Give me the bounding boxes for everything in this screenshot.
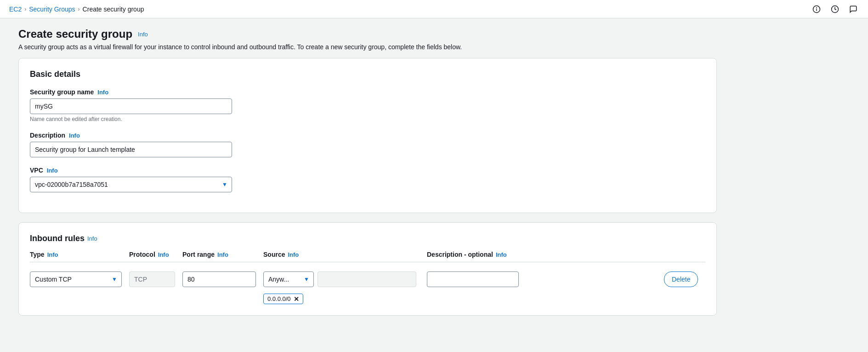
source-inner: Anyw... Custom My IP ▼ 🔍 bbox=[263, 271, 420, 304]
rule-description-input[interactable] bbox=[427, 271, 519, 287]
table-row: Custom TCP Custom UDP SSH HTTP HTTPS All… bbox=[30, 266, 705, 304]
col-type-header: Type Info bbox=[30, 251, 122, 258]
col-protocol-header: Protocol Info bbox=[129, 251, 175, 258]
protocol-field bbox=[129, 271, 175, 287]
basic-details-title: Basic details bbox=[30, 69, 705, 79]
col-portrange-header: Port range Info bbox=[182, 251, 256, 258]
sg-name-group: Security group name Info Name cannot be … bbox=[30, 88, 705, 122]
breadcrumb-ec2[interactable]: EC2 bbox=[9, 6, 22, 13]
description-info-link[interactable]: Info bbox=[69, 132, 80, 139]
protocol-input bbox=[129, 271, 175, 287]
top-nav: EC2 › Security Groups › Create security … bbox=[0, 0, 868, 18]
inbound-rules-title: Inbound rules bbox=[30, 234, 85, 243]
page-info-link[interactable]: Info bbox=[138, 31, 148, 38]
vpc-info-link[interactable]: Info bbox=[47, 167, 58, 174]
port-input[interactable] bbox=[182, 271, 256, 287]
port-field bbox=[182, 271, 256, 287]
inbound-rules-header: Inbound rules Info bbox=[30, 234, 705, 243]
col-source-info[interactable]: Info bbox=[288, 251, 299, 258]
col-type-info[interactable]: Info bbox=[47, 251, 58, 258]
basic-details-panel: Basic details Security group name Info N… bbox=[18, 58, 717, 213]
description-group: Description Info bbox=[30, 132, 705, 157]
info-nav-icon[interactable] bbox=[811, 4, 822, 15]
cidr-value: 0.0.0.0/0 bbox=[267, 295, 291, 302]
main-content: Create security group Info A security gr… bbox=[0, 18, 735, 334]
source-field: Anyw... Custom My IP ▼ 🔍 bbox=[263, 271, 420, 304]
cidr-tag-row: 0.0.0.0/0 ✕ bbox=[263, 291, 303, 304]
description-label: Description Info bbox=[30, 132, 705, 139]
cidr-tag: 0.0.0.0/0 ✕ bbox=[263, 294, 303, 304]
page-header: Create security group Info A security gr… bbox=[18, 28, 717, 51]
description-optional-field bbox=[427, 271, 657, 287]
sg-name-info-link[interactable]: Info bbox=[97, 89, 108, 96]
delete-col: Delete bbox=[664, 271, 705, 287]
source-search-input[interactable] bbox=[318, 271, 416, 287]
source-select-wrapper: Anyw... Custom My IP ▼ bbox=[263, 271, 314, 287]
breadcrumb: EC2 › Security Groups › Create security … bbox=[9, 6, 144, 13]
col-protocol-info[interactable]: Info bbox=[158, 251, 169, 258]
rules-column-headers: Type Info Protocol Info Port range Info … bbox=[30, 251, 705, 262]
history-nav-icon[interactable] bbox=[829, 4, 840, 15]
col-description-info[interactable]: Info bbox=[496, 251, 507, 258]
breadcrumb-current: Create security group bbox=[83, 6, 144, 13]
breadcrumb-sep-2: › bbox=[78, 6, 80, 12]
source-search-wrapper: 🔍 bbox=[318, 271, 420, 287]
description-input[interactable] bbox=[30, 142, 232, 157]
col-description-header: Description - optional Info bbox=[427, 251, 657, 258]
inbound-rules-info-link[interactable]: Info bbox=[87, 235, 97, 242]
rule-type-wrapper: Custom TCP Custom UDP SSH HTTP HTTPS All… bbox=[30, 271, 122, 287]
breadcrumb-sep-1: › bbox=[24, 6, 26, 12]
source-type-select[interactable]: Anyw... Custom My IP bbox=[263, 271, 314, 287]
source-row: Anyw... Custom My IP ▼ 🔍 bbox=[263, 271, 420, 287]
page-description: A security group acts as a virtual firew… bbox=[18, 43, 717, 51]
cidr-remove-button[interactable]: ✕ bbox=[294, 296, 299, 302]
vpc-label: VPC Info bbox=[30, 167, 705, 174]
rule-type-select[interactable]: Custom TCP Custom UDP SSH HTTP HTTPS All… bbox=[30, 271, 122, 287]
sg-name-label: Security group name Info bbox=[30, 88, 705, 96]
sg-name-hint: Name cannot be edited after creation. bbox=[30, 116, 705, 122]
col-portrange-info[interactable]: Info bbox=[217, 251, 228, 258]
vpc-select[interactable]: vpc-02000b7a7158a7051 bbox=[30, 177, 232, 192]
col-source-header: Source Info bbox=[263, 251, 420, 258]
page-title: Create security group bbox=[18, 28, 132, 40]
page-title-row: Create security group Info bbox=[18, 28, 717, 40]
vpc-group: VPC Info vpc-02000b7a7158a7051 ▼ bbox=[30, 167, 705, 192]
sg-name-input[interactable] bbox=[30, 98, 232, 114]
feedback-nav-icon[interactable] bbox=[848, 4, 859, 15]
inbound-rules-panel: Inbound rules Info Type Info Protocol In… bbox=[18, 222, 717, 316]
breadcrumb-security-groups[interactable]: Security Groups bbox=[29, 6, 75, 13]
delete-button[interactable]: Delete bbox=[664, 271, 698, 287]
nav-icons bbox=[811, 4, 859, 15]
vpc-select-wrapper: vpc-02000b7a7158a7051 ▼ bbox=[30, 177, 232, 192]
